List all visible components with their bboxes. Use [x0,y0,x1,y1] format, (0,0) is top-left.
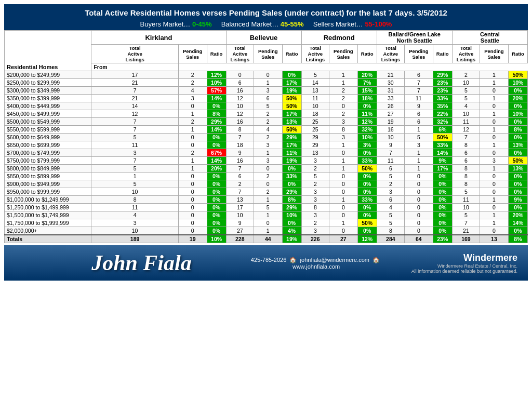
table-cell: 0 [178,227,207,235]
table-cell: 1 [480,141,509,149]
table-cell: 6 [405,118,433,126]
th-kirkland: Kirkland [91,31,226,45]
table-cell: 0 [480,180,509,188]
footer-contact: 425-785-2026 🏠 johnfiala@windermere.com … [237,257,396,270]
table-cell: 29 [301,141,329,149]
table-cell: 15% [357,87,377,95]
table-cell: 0 [405,211,433,219]
th-bg-r: Ratio [433,45,452,63]
th-b-ps: PendingSales [254,45,282,63]
table-cell: 9 [226,149,254,157]
table-cell: 0% [508,87,527,95]
table-cell: $950,000 to $999,999 [5,188,91,196]
th-cs-al: TotalAcitveListings [452,45,480,63]
table-cell: $600,000 to $649,999 [5,134,91,141]
table-cell: 19 [377,118,404,126]
th-redmond: Redmond [301,31,377,45]
footer-phone: 425-785-2026 🏠 johnfiala@windermere.com … [237,257,396,270]
table-cell: 31 [377,87,404,95]
table-cell: 14% [207,126,226,134]
table-cell: 0 [405,196,433,204]
disclaimer: All information deemed reliable but not … [411,269,517,274]
table-cell: 14% [433,149,452,157]
table-cell: 5 [405,134,433,141]
table-cell: 6 [254,95,282,102]
table-cell: 17% [282,79,301,87]
table-cell: 3 [377,188,404,196]
table-cell: 6 [405,110,433,118]
table-cell: 1 [405,157,433,165]
totals-cell: 64 [405,235,433,243]
table-cell: 10 [91,227,178,235]
totals-cell: 228 [226,235,254,243]
table-cell: 1 [480,219,509,227]
table-cell: 11% [357,110,377,118]
table-cell: 13% [282,118,301,126]
table-cell: 9 [226,219,254,227]
table-cell: 3% [357,141,377,149]
totals-cell: 284 [377,235,404,243]
table-cell: 17% [282,110,301,118]
table-cell: $1,750,000 to $1,999,999 [5,219,91,227]
table-cell: 27 [377,110,404,118]
table-cell: 0 [254,180,282,188]
table-cell: 0% [207,141,226,149]
table-cell: 0 [178,196,207,204]
totals-cell: 19 [178,235,207,243]
table-cell: 0% [357,188,377,196]
table-cell: 50% [433,134,452,141]
table-cell: 7 [91,157,178,165]
table-cell: 1 [405,126,433,134]
table-cell: 5 [91,165,178,173]
table-cell: 16 [226,118,254,126]
table-cell: 9% [508,196,527,204]
table-cell: 12% [357,118,377,126]
table-cell: 3 [329,134,357,141]
th-k-al: TotalAcitveListings [91,45,178,63]
table-cell: 8 [91,196,178,204]
table-cell: 4 [377,204,404,211]
table-cell: 1 [480,110,509,118]
table-cell: 0% [508,173,527,180]
table-cell: 0 [480,173,509,180]
table-cell: 2 [329,110,357,118]
table-cell: 11 [452,196,480,204]
table-cell: 0% [357,173,377,180]
table-cell: 1 [329,141,357,149]
table-cell: 1 [254,227,282,235]
table-cell: $450,000 to $499,999 [5,110,91,118]
table-cell: 5 [452,87,480,95]
table-cell: 0% [433,204,452,211]
table-cell: $550,000 to $599,999 [5,126,91,134]
table-cell: 0% [508,149,527,157]
table-cell: 10% [508,110,527,118]
table-cell: 8% [207,110,226,118]
table-cell: 21 [452,227,480,235]
table-cell: 1 [480,196,509,204]
table-cell: 0% [508,102,527,110]
table-cell: 2 [226,180,254,188]
table-cell: 12 [452,126,480,134]
table-cell: 6 [226,173,254,180]
table-cell: 0 [480,227,509,235]
table-cell: 9 [377,141,404,149]
table-cell: 22% [433,110,452,118]
table-cell: 1 [480,211,509,219]
totals-cell: 13 [480,235,509,243]
th-central-seattle: CentralSeattle [452,31,527,45]
table-cell: 10 [452,110,480,118]
totals-cell: 19% [282,235,301,243]
main-table: Residential Homes Kirkland Bellevue Redm… [4,30,528,243]
table-cell: 5 [452,95,480,102]
table-cell: 2 [254,134,282,141]
table-cell: 3 [480,157,509,165]
table-cell: 2 [452,71,480,79]
table-cell: 3 [91,149,178,157]
table-cell: 0 [480,149,509,157]
table-cell: 0% [433,196,452,204]
table-cell: 21 [91,95,178,102]
table-cell: 0% [508,188,527,196]
table-cell: 0 [178,188,207,196]
table-cell: 0% [357,227,377,235]
table-cell: 2 [301,219,329,227]
